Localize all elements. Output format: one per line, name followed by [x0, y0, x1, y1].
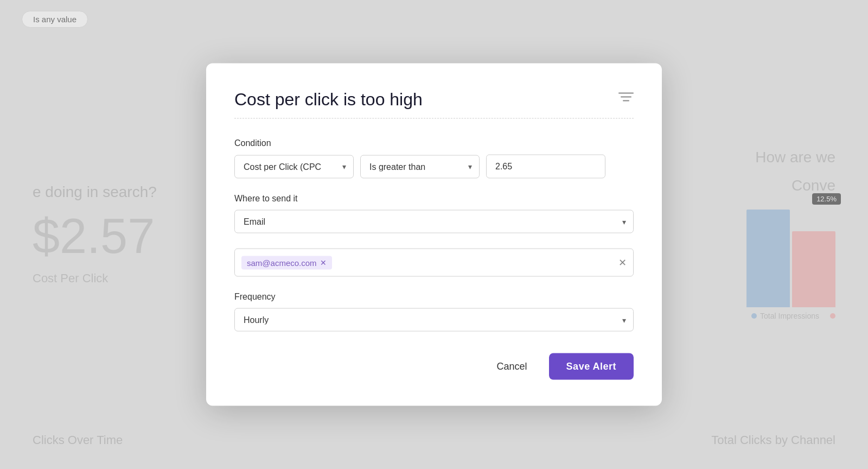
email-tag-sam: sam@acmeco.com ✕	[241, 256, 332, 269]
destination-select[interactable]: Email SMS Slack	[234, 210, 634, 233]
modal-title: Cost per click is too high	[234, 90, 423, 110]
metric-select[interactable]: Cost per Click (CPC Impressions Clicks C…	[234, 155, 354, 178]
email-tag-remove[interactable]: ✕	[320, 259, 327, 267]
condition-label: Condition	[234, 138, 634, 148]
modal-footer: Cancel Save Alert	[234, 353, 634, 380]
condition-section: Condition Cost per Click (CPC Impression…	[234, 138, 634, 179]
frequency-wrapper: Hourly Daily Weekly ▾	[234, 308, 634, 332]
operator-select[interactable]: Is greater than Is less than Is equal to…	[360, 155, 480, 178]
email-tag-value: sam@acmeco.com	[247, 258, 317, 267]
operator-select-wrapper: Is greater than Is less than Is equal to…	[360, 155, 480, 178]
condition-row: Cost per Click (CPC Impressions Clicks C…	[234, 155, 634, 179]
filter-options-icon[interactable]	[618, 90, 634, 102]
filter-line-2	[621, 97, 631, 98]
alert-modal: Cost per click is too high Condition Cos…	[206, 64, 662, 406]
frequency-section: Frequency Hourly Daily Weekly ▾	[234, 292, 634, 332]
filter-line-3	[623, 100, 629, 102]
modal-header: Cost per click is too high	[234, 90, 634, 119]
send-section: Where to send it Email SMS Slack ▾	[234, 194, 634, 233]
email-section: sam@acmeco.com ✕ ✕	[234, 249, 634, 277]
cancel-button[interactable]: Cancel	[488, 356, 536, 378]
email-tag-container[interactable]: sam@acmeco.com ✕ ✕	[234, 249, 634, 277]
save-alert-button[interactable]: Save Alert	[549, 353, 634, 380]
send-label: Where to send it	[234, 194, 634, 204]
destination-wrapper: Email SMS Slack ▾	[234, 210, 634, 233]
frequency-label: Frequency	[234, 292, 634, 302]
email-clear-all-icon[interactable]: ✕	[618, 257, 627, 269]
condition-value-input[interactable]	[486, 155, 605, 179]
metric-select-wrapper: Cost per Click (CPC Impressions Clicks C…	[234, 155, 354, 178]
filter-line-1	[618, 93, 634, 94]
frequency-select[interactable]: Hourly Daily Weekly	[234, 308, 634, 332]
